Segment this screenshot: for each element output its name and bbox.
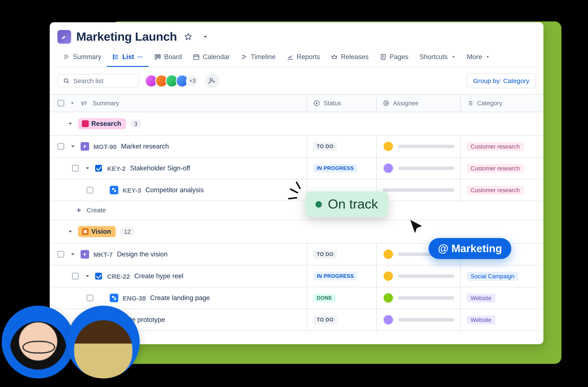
avatar-stack[interactable]: +3 — [145, 74, 199, 87]
row-checkbox[interactable] — [86, 294, 93, 301]
issue-summary[interactable]: Create hype reel — [134, 272, 183, 280]
tab-timeline[interactable]: Timeline — [235, 50, 281, 67]
status-badge[interactable]: IN PROGRESS — [313, 272, 357, 280]
svg-point-4 — [138, 57, 139, 58]
row-checkbox[interactable] — [86, 187, 93, 194]
assignee-avatar[interactable] — [383, 271, 394, 282]
tab-pages[interactable]: Pages — [374, 50, 414, 67]
search-input[interactable]: Search list — [57, 74, 139, 87]
tab-list[interactable]: List — [107, 50, 149, 67]
category-badge[interactable]: Social Campaign — [467, 272, 518, 281]
issue-summary[interactable]: Market research — [121, 143, 169, 150]
project-icon — [57, 30, 71, 44]
issue-key[interactable]: CRE-22 — [107, 272, 130, 280]
assignee-avatar[interactable] — [383, 314, 394, 325]
on-track-tooltip: On track — [305, 191, 388, 217]
add-person-icon — [208, 77, 216, 85]
issue-key[interactable]: KEY-3 — [123, 186, 141, 194]
status-badge[interactable]: TO DO — [313, 142, 337, 151]
chevron-icon[interactable] — [69, 143, 76, 150]
assignee-name-placeholder — [398, 274, 454, 278]
chevron-down-icon[interactable] — [69, 100, 75, 106]
column-assignee[interactable]: Assignee — [393, 100, 419, 107]
list-icon — [467, 100, 474, 107]
column-category[interactable]: Category — [477, 100, 502, 107]
svg-point-15 — [385, 102, 387, 104]
column-summary[interactable]: Summary — [93, 100, 119, 107]
table-row[interactable]: KEY-3Competitor analysisCustomer researc… — [50, 179, 544, 201]
status-badge[interactable]: TO DO — [313, 250, 337, 259]
tab-summary[interactable]: Summary — [57, 50, 107, 67]
tab-releases[interactable]: Releases — [326, 50, 374, 67]
done-checkbox[interactable] — [95, 273, 102, 280]
svg-rect-8 — [157, 55, 159, 57]
column-header-row: Summary Status Assignee Category — [50, 95, 544, 112]
assignee-name-placeholder — [398, 296, 454, 300]
issue-summary[interactable]: Stakeholder Sign-off — [130, 164, 190, 172]
tab-reports[interactable]: Reports — [281, 50, 326, 67]
issue-key[interactable]: ENG-38 — [123, 294, 146, 302]
chevron-down-icon — [485, 54, 490, 59]
persona-avatar — [2, 306, 75, 378]
chevron-icon[interactable] — [67, 228, 74, 235]
create-button[interactable]: Create — [50, 201, 544, 220]
row-checkbox[interactable] — [72, 165, 79, 172]
project-menu-button[interactable] — [199, 31, 211, 43]
table-row[interactable]: KEY-2Stakeholder Sign-offIN PROGRESSCust… — [50, 157, 544, 179]
issue-key[interactable]: KEY-2 — [107, 165, 126, 172]
assignee-avatar[interactable] — [383, 141, 394, 152]
issue-summary[interactable]: Competitor analysis — [146, 186, 204, 194]
select-all-checkbox[interactable] — [57, 100, 64, 107]
plus-icon — [75, 207, 82, 213]
tab-shortcuts[interactable]: Shortcuts — [414, 50, 461, 67]
row-checkbox[interactable] — [72, 273, 79, 280]
issue-key[interactable]: MKT-7 — [93, 251, 113, 258]
assignee-name-placeholder — [398, 145, 454, 148]
status-badge[interactable]: TO DO — [313, 315, 337, 324]
status-badge[interactable]: DONE — [313, 294, 336, 302]
chevron-icon[interactable] — [67, 120, 74, 127]
project-window: Marketing Launch SummaryList BoardCalend… — [50, 22, 544, 344]
chevron-icon[interactable] — [84, 273, 91, 280]
category-badge[interactable]: Website — [467, 293, 495, 302]
issue-summary[interactable]: Create landing page — [150, 294, 210, 302]
tab-calendar[interactable]: Calendar — [188, 50, 235, 67]
persona-avatar — [67, 306, 140, 378]
issue-key[interactable]: MGT-90 — [93, 143, 117, 150]
group-by-selector[interactable]: Group by: Category — [467, 73, 536, 88]
chevron-icon[interactable] — [69, 251, 76, 258]
svg-rect-16 — [112, 188, 114, 190]
done-checkbox[interactable] — [95, 165, 102, 172]
column-status[interactable]: Status — [324, 100, 341, 107]
tab-board[interactable]: Board — [149, 50, 188, 67]
tab-more[interactable]: More — [461, 50, 496, 67]
status-dot-icon — [315, 201, 322, 207]
more-icon[interactable] — [137, 54, 143, 60]
assignee-avatar[interactable] — [383, 292, 394, 304]
issue-summary[interactable]: Design the vision — [117, 251, 168, 258]
table-row[interactable]: ENG-38Create landing pageDONEWebsite — [50, 287, 544, 309]
table-row[interactable]: MGT-90Market researchTO DOCustomer resea… — [50, 135, 544, 157]
add-people-button[interactable] — [205, 73, 219, 88]
group-header[interactable]: Research3 — [50, 112, 544, 135]
avatar-overflow-count[interactable]: +3 — [186, 74, 199, 87]
svg-rect-10 — [194, 55, 199, 59]
category-badge[interactable]: Customer research — [467, 186, 524, 194]
assignee-avatar[interactable] — [383, 249, 394, 260]
table-row[interactable]: CRE-22Create hype reelIN PROGRESSSocial … — [50, 265, 544, 287]
chevron-down-icon — [202, 33, 209, 40]
svg-point-13 — [210, 78, 212, 81]
status-badge[interactable]: IN PROGRESS — [313, 164, 357, 173]
category-badge[interactable]: Website — [467, 315, 495, 324]
category-badge[interactable]: Customer research — [467, 142, 524, 151]
row-checkbox[interactable] — [57, 251, 64, 258]
svg-point-6 — [141, 57, 143, 58]
text-icon — [81, 100, 87, 107]
svg-point-12 — [64, 78, 68, 82]
chevron-icon[interactable] — [84, 165, 91, 172]
star-button[interactable] — [182, 31, 194, 43]
assignee-name-placeholder — [398, 167, 454, 170]
category-badge[interactable]: Customer research — [467, 164, 524, 173]
row-checkbox[interactable] — [57, 143, 64, 150]
assignee-avatar[interactable] — [383, 163, 394, 174]
